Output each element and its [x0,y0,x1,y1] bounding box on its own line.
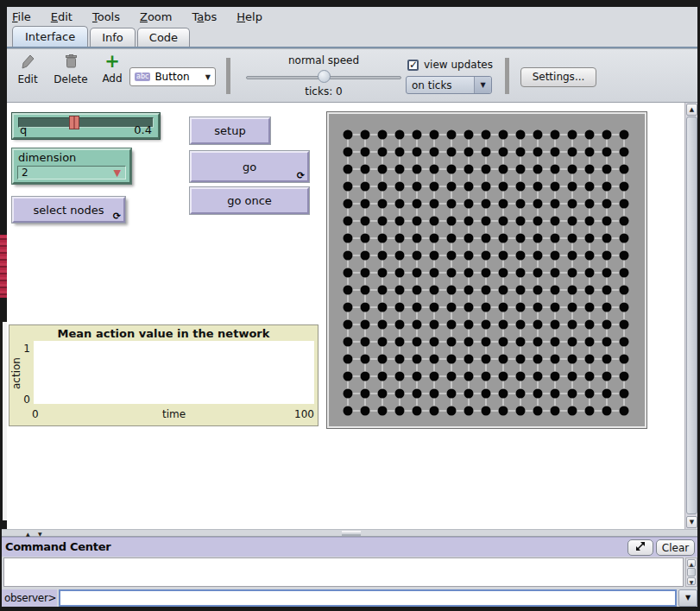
edit-tool-button[interactable]: Edit [12,54,43,85]
network-node [499,251,508,261]
scrollbar-thumb[interactable] [687,568,696,576]
network-node [602,217,612,226]
network-node [413,199,422,209]
network-node [361,406,370,416]
setup-button[interactable]: setup [190,117,270,144]
network-node [516,199,526,209]
add-tool-button[interactable]: + Add [97,54,128,85]
network-node [464,372,474,381]
network-node [620,234,629,243]
network-node [482,130,491,140]
network-node [378,355,388,364]
network-node [430,303,439,312]
network-node [516,337,526,347]
network-node [533,337,543,347]
splitter-handle[interactable] [342,531,361,536]
network-node [413,234,422,243]
network-node [395,130,405,140]
network-node [464,251,474,261]
network-node [447,303,457,312]
network-node [395,337,405,347]
network-node [620,130,629,140]
network-node [620,182,629,192]
history-dropdown-button[interactable]: ▼ [678,589,697,607]
network-node [568,182,577,192]
menu-item-help[interactable]: Help [236,10,262,23]
command-output[interactable] [3,557,684,587]
menu-item-edit[interactable]: Edit [51,10,73,23]
network-node [430,406,439,416]
network-node [464,268,474,278]
go-button[interactable]: go ⟳ [190,151,309,182]
network-node [568,217,577,226]
scroll-down-icon[interactable]: ▼ [686,516,697,528]
network-node [482,286,491,295]
network-node [516,286,526,295]
tab-info[interactable]: Info [90,28,136,47]
view-updates-checkbox[interactable]: ✓ [407,60,419,71]
slider-q-handle[interactable] [69,116,79,129]
network-node [482,234,491,243]
network-node [568,268,577,278]
delete-tool-button[interactable]: Delete [48,54,93,85]
menu-item-tabs[interactable]: Tabs [192,10,217,23]
network-node [585,130,595,140]
network-node [361,286,370,295]
menu-bar: FileEditToolsZoomTabsHelp [7,7,697,27]
expand-button[interactable] [627,539,653,556]
settings-button[interactable]: Settings... [520,67,596,87]
scrollbar-thumb[interactable] [686,117,697,514]
network-node [620,355,629,364]
network-node [551,217,560,226]
network-node [568,234,577,243]
network-node [447,389,457,399]
scroll-down-icon[interactable]: ▼ [687,577,696,585]
splitter-down-icon[interactable]: ▼ [38,531,42,537]
network-node [585,182,595,192]
splitter-up-icon[interactable]: ▲ [26,531,30,537]
network-node [447,217,457,226]
network-node [344,130,353,140]
update-mode-dropdown[interactable]: on ticks ▼ [406,76,492,94]
scroll-up-icon[interactable]: ▲ [687,559,696,567]
network-node [378,130,388,140]
network-node [620,251,629,261]
menu-item-file[interactable]: File [12,10,31,23]
network-node [344,182,353,192]
menu-item-zoom[interactable]: Zoom [140,10,172,23]
network-node [568,355,577,364]
clear-button[interactable]: Clear [656,539,695,556]
canvas-vertical-scrollbar[interactable]: ▲ ▼ [684,103,697,529]
network-node [413,406,422,416]
menu-item-tools[interactable]: Tools [92,10,120,23]
slider-q[interactable]: q 0.4 [12,113,160,139]
forever-icon: ⟳ [113,211,121,221]
output-scrollbar[interactable]: ▲ ▼ [685,557,697,587]
scroll-up-icon[interactable]: ▲ [686,104,697,116]
ticks-counter: ticks: 0 [246,85,401,98]
network-node [602,372,612,381]
network-node [568,372,577,381]
go-once-button[interactable]: go once [190,187,309,214]
network-node [533,320,543,330]
network-node [430,130,439,140]
command-input[interactable] [59,589,677,607]
speed-slider-thumb[interactable] [318,70,331,83]
network-node [533,165,543,174]
network-node [344,286,353,295]
chooser-dimension-select[interactable]: 2 ▼ [17,166,126,180]
select-nodes-button[interactable]: select nodes ⟳ [12,197,125,223]
network-node [482,303,491,312]
edit-tool-label: Edit [17,73,37,85]
tab-interface[interactable]: Interface [12,26,88,47]
network-node [533,234,543,243]
network-node [430,286,439,295]
command-center-splitter[interactable]: ▲ ▼ [2,529,697,537]
world-view[interactable] [326,111,647,429]
network-node [413,355,422,364]
network-node [378,372,388,381]
network-node [620,320,629,330]
tab-code[interactable]: Code [137,28,190,47]
network-node [413,251,422,261]
widget-type-dropdown[interactable]: abc Button ▼ [129,67,216,86]
